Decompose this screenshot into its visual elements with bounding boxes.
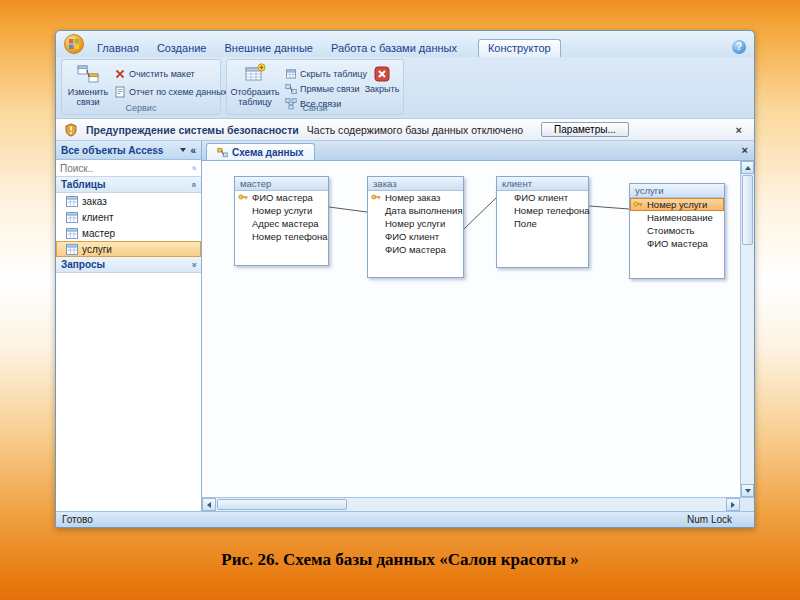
field-row[interactable]: ФИО мастера bbox=[235, 191, 328, 204]
close-label: Закрыть bbox=[365, 84, 400, 94]
field-row[interactable]: ФИО мастера bbox=[630, 237, 724, 250]
scroll-left-icon[interactable] bbox=[202, 498, 216, 511]
nav-item-label: клиент bbox=[82, 212, 114, 223]
tab-rabota-s-bazami[interactable]: Работа с базами данных bbox=[322, 40, 466, 57]
relationships-report-button[interactable]: Отчет по схеме данных bbox=[114, 84, 227, 99]
edit-relationships-button[interactable]: Изменить связи bbox=[64, 63, 112, 107]
key-icon bbox=[238, 193, 248, 201]
close-icon bbox=[374, 66, 390, 82]
search-icon[interactable] bbox=[192, 163, 197, 174]
hide-table-button[interactable]: Скрыть таблицу bbox=[285, 66, 367, 81]
table-box-zakaz[interactable]: заказ Номер заказ Дата выполнени bbox=[367, 176, 464, 278]
close-relationships-button[interactable]: Закрыть bbox=[361, 63, 403, 94]
tab-sozdanie[interactable]: Создание bbox=[148, 40, 216, 57]
show-table-button[interactable]: Отобразить таблицу bbox=[229, 63, 281, 107]
horizontal-scroll-track[interactable] bbox=[348, 498, 726, 511]
table-icon bbox=[66, 228, 78, 239]
nav-section-queries[interactable]: Запросы « bbox=[56, 257, 201, 273]
search-box bbox=[56, 160, 201, 177]
titlebar: Главная Создание Внешние данные Работа с… bbox=[56, 31, 754, 57]
field-name: Стоимость bbox=[647, 225, 695, 236]
ribbon-group-relationships: Отобразить таблицу Скрыть таблицу bbox=[226, 59, 404, 115]
field-row[interactable]: Поле bbox=[497, 217, 588, 230]
show-table-icon bbox=[244, 63, 266, 85]
table-box-title[interactable]: услуги bbox=[630, 184, 724, 198]
clear-layout-label: Очистить макет bbox=[129, 69, 195, 79]
field-row[interactable]: Дата выполнения bbox=[368, 204, 463, 217]
field-name: ФИО мастера bbox=[385, 244, 446, 255]
collapse-pane-icon[interactable]: « bbox=[190, 145, 196, 156]
chevron-down-icon: « bbox=[188, 262, 198, 267]
status-bar: Готово Num Lock bbox=[56, 511, 754, 527]
office-button[interactable] bbox=[64, 34, 84, 54]
tab-vneshnie-dannye[interactable]: Внешние данные bbox=[216, 40, 322, 57]
document-tab-label: Схема данных bbox=[232, 147, 304, 158]
horizontal-scrollbar[interactable] bbox=[202, 498, 740, 511]
scroll-up-icon[interactable] bbox=[741, 161, 754, 174]
field-name: Номер услуги bbox=[252, 205, 312, 216]
search-input[interactable] bbox=[60, 163, 192, 174]
security-shield-icon bbox=[64, 123, 78, 137]
table-icon bbox=[66, 196, 78, 207]
nav-item-klient[interactable]: клиент bbox=[56, 209, 201, 225]
help-icon[interactable]: ? bbox=[732, 40, 746, 54]
horizontal-scrollbar-row bbox=[202, 497, 754, 511]
field-row[interactable]: Номер телефона bbox=[497, 204, 588, 217]
table-box-master[interactable]: мастер ФИО мастера Номер услуги bbox=[234, 176, 329, 266]
table-box-title[interactable]: мастер bbox=[235, 177, 328, 191]
field-name: Поле bbox=[514, 218, 537, 229]
vertical-scrollbar[interactable] bbox=[740, 161, 754, 497]
clear-layout-button[interactable]: Очистить макет bbox=[114, 66, 227, 81]
field-row[interactable]: Номер услуги bbox=[235, 204, 328, 217]
nav-section-tables-label: Таблицы bbox=[61, 179, 106, 190]
field-row[interactable]: Номер заказ bbox=[368, 191, 463, 204]
field-row[interactable]: Адрес мастера bbox=[235, 217, 328, 230]
table-box-title[interactable]: заказ bbox=[368, 177, 463, 191]
field-row-selected[interactable]: Номер услуги bbox=[630, 198, 724, 211]
nav-section-tables[interactable]: Таблицы « bbox=[56, 177, 201, 193]
nav-pane-title: Все объекты Access bbox=[61, 145, 176, 156]
group-label-service: Сервис bbox=[62, 103, 220, 113]
document-close-icon[interactable]: × bbox=[742, 144, 748, 156]
scroll-right-icon[interactable] bbox=[726, 498, 740, 511]
field-row[interactable]: Номер услуги bbox=[368, 217, 463, 230]
tab-konstruktor[interactable]: Конструктор bbox=[478, 39, 561, 57]
horizontal-scroll-thumb[interactable] bbox=[217, 499, 347, 510]
field-row[interactable]: Наименование bbox=[630, 211, 724, 224]
nav-item-label: услуги bbox=[82, 244, 112, 255]
field-name: Адрес мастера bbox=[252, 218, 319, 229]
vertical-scroll-thumb[interactable] bbox=[742, 175, 753, 245]
field-name: ФИО клиент bbox=[514, 192, 568, 203]
nav-item-label: мастер bbox=[82, 228, 115, 239]
direct-relationships-button[interactable]: Прямые связи bbox=[285, 81, 367, 96]
security-options-button[interactable]: Параметры... bbox=[541, 122, 629, 137]
field-name: Наименование bbox=[647, 212, 713, 223]
field-row[interactable]: ФИО клиент bbox=[368, 230, 463, 243]
security-bar-close-icon[interactable]: × bbox=[732, 124, 746, 136]
access-window: Главная Создание Внешние данные Работа с… bbox=[55, 30, 755, 528]
table-box-uslugi[interactable]: услуги Номер услуги Наименование bbox=[629, 183, 725, 279]
relationships-report-icon bbox=[114, 86, 126, 98]
chevron-up-icon: « bbox=[188, 182, 198, 187]
nav-item-master[interactable]: мастер bbox=[56, 225, 201, 241]
relationships-icon bbox=[217, 147, 228, 158]
table-box-title[interactable]: клиент bbox=[497, 177, 588, 191]
tab-glavnaya[interactable]: Главная bbox=[88, 40, 148, 57]
nav-item-zakaz[interactable]: заказ bbox=[56, 193, 201, 209]
tab-schema-dannyh[interactable]: Схема данных bbox=[206, 143, 315, 160]
vertical-scroll-track[interactable] bbox=[741, 246, 754, 484]
nav-item-uslugi[interactable]: услуги bbox=[56, 241, 201, 257]
field-row[interactable]: Стоимость bbox=[630, 224, 724, 237]
nav-pane-header[interactable]: Все объекты Access « bbox=[56, 141, 201, 160]
field-row[interactable]: Номер телефона bbox=[235, 230, 328, 243]
table-box-klient[interactable]: клиент ФИО клиент Номер телефона Поле bbox=[496, 176, 589, 268]
status-numlock: Num Lock bbox=[687, 514, 732, 525]
field-row[interactable]: ФИО мастера bbox=[368, 243, 463, 256]
nav-pane-empty-area bbox=[56, 273, 201, 511]
scroll-down-icon[interactable] bbox=[741, 484, 754, 497]
direct-relationships-icon bbox=[285, 83, 297, 95]
table-icon bbox=[66, 212, 78, 223]
ribbon-group-service: Изменить связи Очистить макет bbox=[61, 59, 221, 115]
field-row[interactable]: ФИО клиент bbox=[497, 191, 588, 204]
table-icon bbox=[66, 244, 78, 255]
